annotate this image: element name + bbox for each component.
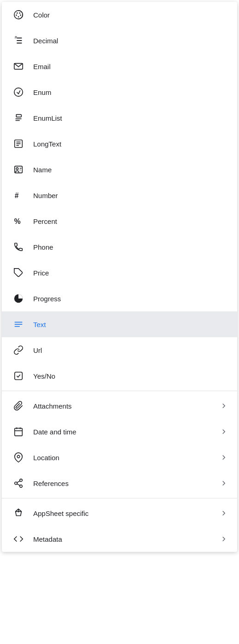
svg-text:%: % xyxy=(14,217,21,225)
menu-item-number[interactable]: # Number xyxy=(2,182,237,208)
svg-line-42 xyxy=(17,481,20,483)
color-icon xyxy=(11,10,26,20)
svg-point-39 xyxy=(15,482,18,485)
location-arrow-icon xyxy=(220,453,228,462)
menu-item-progress[interactable]: Progress xyxy=(2,286,237,311)
references-icon xyxy=(11,478,26,488)
menu-item-metadata[interactable]: Metadata xyxy=(2,526,237,552)
metadata-arrow-icon xyxy=(220,535,228,543)
menu-item-phone-label: Phone xyxy=(33,243,228,251)
svg-point-37 xyxy=(17,455,20,458)
svg-point-3 xyxy=(16,15,17,16)
svg-point-40 xyxy=(20,485,23,488)
appsheet-arrow-icon xyxy=(220,509,228,517)
appsheet-icon xyxy=(11,508,26,518)
svg-line-41 xyxy=(17,484,20,486)
menu-item-appsheet-label: AppSheet specific xyxy=(33,509,220,517)
yesno-icon xyxy=(11,371,26,381)
svg-point-14 xyxy=(14,88,23,96)
menu-item-percent-label: Percent xyxy=(33,217,228,225)
svg-rect-33 xyxy=(15,428,23,436)
percent-icon: % xyxy=(11,216,26,226)
datetime-arrow-icon xyxy=(220,427,228,436)
svg-point-1 xyxy=(17,12,18,14)
enum-icon xyxy=(11,87,26,97)
menu-item-attachments[interactable]: Attachments xyxy=(2,393,237,419)
svg-text:#: # xyxy=(15,192,19,199)
number-icon: # xyxy=(11,190,26,200)
phone-icon xyxy=(11,242,26,252)
menu-item-progress-label: Progress xyxy=(33,295,228,303)
menu-item-email[interactable]: Email xyxy=(2,53,237,79)
text-icon xyxy=(11,319,26,329)
progress-icon xyxy=(11,293,26,304)
attachments-icon xyxy=(11,401,26,411)
svg-point-22 xyxy=(16,168,18,170)
menu-item-name[interactable]: Name xyxy=(2,157,237,182)
menu-item-metadata-label: Metadata xyxy=(33,535,220,543)
metadata-icon xyxy=(11,534,26,544)
menu-item-url[interactable]: Url xyxy=(2,337,237,363)
price-icon xyxy=(11,268,26,278)
svg-rect-32 xyxy=(15,372,23,380)
longtext-icon xyxy=(11,139,26,149)
divider-1 xyxy=(2,391,237,391)
menu-item-longtext-label: LongText xyxy=(33,140,228,148)
menu-item-enum[interactable]: Enum xyxy=(2,79,237,105)
menu-item-text-label: Text xyxy=(33,321,228,328)
menu-item-color-label: Color xyxy=(33,11,228,19)
divider-2 xyxy=(2,498,237,498)
menu-item-attachments-label: Attachments xyxy=(33,402,220,410)
svg-point-2 xyxy=(19,12,20,14)
menu-item-yesno[interactable]: Yes/No xyxy=(2,363,237,389)
menu-item-url-label: Url xyxy=(33,346,228,354)
svg-point-5 xyxy=(18,16,19,18)
menu-item-text[interactable]: Text xyxy=(2,311,237,337)
menu-item-appsheet[interactable]: AppSheet specific xyxy=(2,500,237,526)
menu-item-phone[interactable]: Phone xyxy=(2,234,237,260)
menu-item-decimal[interactable]: # Decimal xyxy=(2,28,237,53)
menu-item-datetime-label: Date and time xyxy=(33,428,220,436)
menu-item-enumlist-label: EnumList xyxy=(33,114,228,122)
menu-item-number-label: Number xyxy=(33,192,228,199)
decimal-icon: # xyxy=(11,35,26,46)
menu-item-location-label: Location xyxy=(33,454,220,462)
datetime-icon xyxy=(11,427,26,437)
menu-item-enum-label: Enum xyxy=(33,88,228,96)
menu-item-yesno-label: Yes/No xyxy=(33,372,228,380)
attachments-arrow-icon xyxy=(220,402,228,410)
location-icon xyxy=(11,452,26,463)
menu-item-email-label: Email xyxy=(33,63,228,70)
enumlist-icon xyxy=(11,113,26,123)
svg-point-38 xyxy=(20,479,23,482)
menu-item-name-label: Name xyxy=(33,166,228,174)
menu-item-percent[interactable]: % Percent xyxy=(2,208,237,234)
menu-item-location[interactable]: Location xyxy=(2,445,237,470)
dropdown-menu: Color # Decimal Email xyxy=(2,2,237,552)
menu-item-references-label: References xyxy=(33,480,220,487)
menu-item-datetime[interactable]: Date and time xyxy=(2,419,237,445)
svg-point-4 xyxy=(20,15,21,16)
references-arrow-icon xyxy=(220,479,228,487)
url-icon xyxy=(11,345,26,355)
menu-item-longtext[interactable]: LongText xyxy=(2,131,237,157)
menu-item-price[interactable]: Price xyxy=(2,260,237,286)
menu-item-price-label: Price xyxy=(33,269,228,277)
menu-item-enumlist[interactable]: EnumList xyxy=(2,105,237,131)
menu-item-references[interactable]: References xyxy=(2,470,237,496)
name-icon xyxy=(11,164,26,175)
menu-item-decimal-label: Decimal xyxy=(33,37,228,45)
menu-item-color[interactable]: Color xyxy=(2,2,237,28)
email-icon xyxy=(11,61,26,71)
